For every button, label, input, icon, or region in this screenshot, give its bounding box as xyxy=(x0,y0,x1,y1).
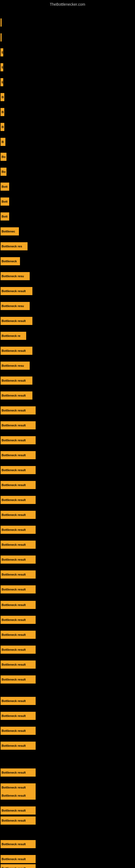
bar-block: Bottleneck result xyxy=(1,727,36,735)
bar-row: Bottleneck result xyxy=(0,862,135,868)
bar-block: Bottleneck result xyxy=(1,392,32,400)
bar-label: E xyxy=(2,66,3,69)
bar-row: Bottleneck result xyxy=(0,344,135,357)
bar-label: Bottleneck resu xyxy=(2,304,24,308)
bar-label: Bottleneck result xyxy=(2,633,26,637)
bar-label: Bottleneck result xyxy=(2,409,26,412)
bar-block: Bottleneck result xyxy=(1,792,36,800)
bar-row: Bott xyxy=(0,180,135,193)
bar-label: Bottleneck result xyxy=(2,786,26,789)
bar-row: Bottleneck result xyxy=(0,710,135,722)
bar-label: Bottleneck xyxy=(2,259,17,263)
bar-label: Bott xyxy=(2,185,8,188)
bar-block: Bottleneck result xyxy=(1,287,32,295)
bar-row: Bottleneck result xyxy=(0,389,135,401)
bar-row: Bottleneck result xyxy=(0,814,135,827)
bar-row: B xyxy=(0,135,135,148)
bar-block: Bottleneck result xyxy=(1,556,36,564)
bar-label: Bottleneck result xyxy=(2,819,26,822)
bar-block: Bott xyxy=(1,183,9,191)
bar-label: B xyxy=(2,111,4,114)
bar-row: E xyxy=(0,46,135,58)
bar-row: Bottleneck result xyxy=(0,583,135,595)
bar-row xyxy=(0,31,135,43)
bar-label: Bottleneck result xyxy=(2,394,26,397)
bar-label: Bottleneck result xyxy=(2,498,26,501)
bar-label: Bottleneck result xyxy=(2,771,26,774)
bar-block: Bottleneck result xyxy=(1,864,36,868)
bar-label: Bottleneck result xyxy=(2,809,26,812)
bar-row: Bottleneck result xyxy=(0,673,135,685)
bar-block: Bottleneck result xyxy=(1,646,36,654)
bar-block: Bottleneck result xyxy=(1,631,36,639)
bar-block: Bottleneck result xyxy=(1,660,36,669)
bar-block: Bottleneck result xyxy=(1,496,36,504)
bar-row xyxy=(0,16,135,29)
bar-label: Bottleneck result xyxy=(2,699,26,703)
bar-row: Bottleneck xyxy=(0,255,135,267)
bar-row: Bottleneck result xyxy=(0,568,135,581)
bar-block: Bottleneck result xyxy=(1,585,36,593)
bar-block: Bottleneck result xyxy=(1,601,36,609)
bar-row: Bottleneck result xyxy=(0,285,135,297)
bar-block: Bott xyxy=(1,212,9,220)
bar-block: Bottleneck result xyxy=(1,436,36,444)
bar-block xyxy=(1,19,2,27)
bar-row: E xyxy=(0,76,135,88)
bar-row: Bott xyxy=(0,210,135,222)
bar-block: B xyxy=(1,93,4,101)
bar-block: Bottleneck resu xyxy=(1,302,30,310)
bar-label: Bottleneck result xyxy=(2,319,26,322)
bar-row: Bottleneck re xyxy=(0,330,135,342)
bar-block: Bottleneck result xyxy=(1,451,36,459)
bar-row: Bottleneck result xyxy=(0,315,135,327)
bar-row: Bottleneck result xyxy=(0,449,135,461)
bar-row: Bottleneck result xyxy=(0,628,135,641)
bar-row: Bottleneck result xyxy=(0,739,135,752)
bar-row: Bottleneck result xyxy=(0,494,135,506)
bar-label: Bottleneck result xyxy=(2,513,26,517)
bar-label: E xyxy=(2,81,3,84)
bar-row: Bo xyxy=(0,151,135,163)
bar-block: Bottleneck resu xyxy=(1,272,30,280)
bar-label: Bottleneck result xyxy=(2,543,26,546)
bar-block: Bottleneck result xyxy=(1,406,36,414)
bar-label: Bottleneck result xyxy=(2,558,26,561)
bar-row: Bottleneck resu xyxy=(0,360,135,372)
bar-label: B xyxy=(2,95,4,99)
bar-label: Bott xyxy=(2,200,8,203)
bar-label: Bottleneck result xyxy=(2,289,26,293)
bar-label: Bottleneck result xyxy=(2,573,26,576)
bar-label: Bottleneck result xyxy=(2,528,26,531)
bar-row: Bottleneck result xyxy=(0,419,135,431)
bar-label: Bottleneck result xyxy=(2,714,26,717)
bar-row: Bottleneck result xyxy=(0,789,135,802)
bar-row: E xyxy=(0,61,135,73)
bar-row: Bottleneck result xyxy=(0,643,135,656)
bar-row: B xyxy=(0,91,135,103)
bar-row: Bottleneck resu xyxy=(0,270,135,282)
bar-label: Bottleneck result xyxy=(2,439,26,442)
bar-label: Bottleneck result xyxy=(2,588,26,591)
bar-block: Bottleneck xyxy=(1,257,20,265)
bar-block: Bottleneck result xyxy=(1,511,36,519)
bar-block: Bottleneck result xyxy=(1,347,32,355)
bar-row: Bottleneck result xyxy=(0,374,135,386)
bar-row: Bottleneck result xyxy=(0,838,135,850)
bar-block: Bottleneck re xyxy=(1,332,26,340)
bar-label: Bottleneck result xyxy=(2,468,26,472)
bar-block: Bottleneck result xyxy=(1,421,36,429)
bar-row: Bottlenec xyxy=(0,225,135,237)
bar-block: E xyxy=(1,78,3,86)
bar-label: Bottlenec xyxy=(2,230,15,233)
bar-label: B xyxy=(2,140,4,144)
bar-label: E xyxy=(2,51,3,54)
bar-block: Bottleneck result xyxy=(1,712,36,720)
bar-label: Bottleneck result xyxy=(2,349,26,352)
bar-block: Bottleneck result xyxy=(1,816,36,825)
bar-row: Bottleneck resu xyxy=(0,300,135,312)
bar-block: Bottleneck result xyxy=(1,840,36,848)
bar-block: Bottleneck result xyxy=(1,376,32,384)
bar-block: Bo xyxy=(1,167,6,176)
bar-label: Bottleneck result xyxy=(2,648,26,651)
